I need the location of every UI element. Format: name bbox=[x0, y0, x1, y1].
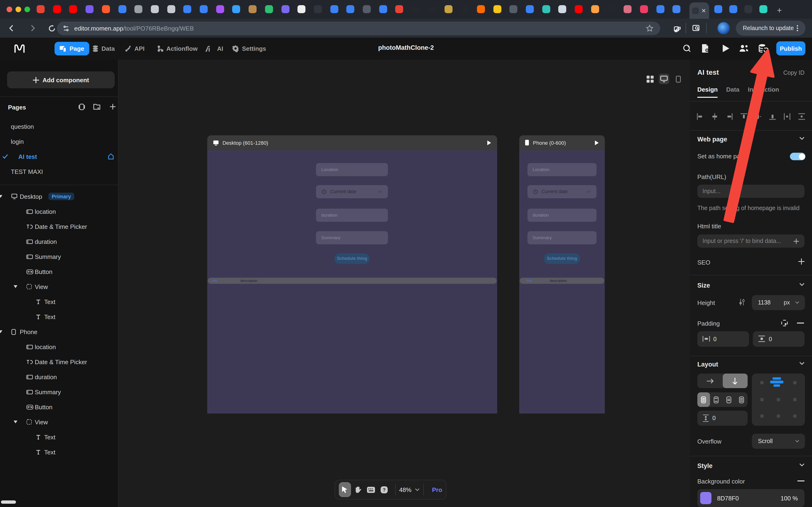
path-input[interactable]: Input... bbox=[697, 185, 805, 198]
tab-favicon[interactable] bbox=[118, 5, 126, 13]
tree-item-text[interactable]: Text bbox=[0, 294, 118, 309]
height-input[interactable]: 1138 px bbox=[752, 295, 805, 310]
align-position-selected[interactable] bbox=[770, 376, 784, 388]
bookmark-star-icon[interactable] bbox=[646, 24, 654, 33]
tab-favicon[interactable] bbox=[379, 5, 387, 13]
gap-input[interactable]: 0 bbox=[697, 411, 748, 426]
hand-tool-icon[interactable] bbox=[352, 482, 364, 497]
tab-favicon[interactable] bbox=[591, 5, 599, 13]
page-item-test-maxi[interactable]: TEST MAXI bbox=[0, 164, 118, 179]
phone-view-icon[interactable] bbox=[673, 74, 683, 84]
publish-button[interactable]: Publish bbox=[776, 41, 805, 55]
desktop-frame[interactable]: Desktop (601-1280) LocationCurrent dated… bbox=[207, 135, 497, 413]
back-icon[interactable] bbox=[7, 24, 16, 33]
tab-favicon[interactable] bbox=[134, 5, 142, 13]
form-field-location[interactable]: Location bbox=[527, 163, 596, 176]
tree-item-summary[interactable]: Summary bbox=[0, 249, 118, 264]
tab-favicon[interactable] bbox=[673, 5, 681, 13]
chevron-down-icon[interactable] bbox=[799, 362, 805, 365]
component-icon[interactable] bbox=[78, 103, 85, 110]
tab-favicon[interactable] bbox=[85, 5, 94, 13]
direction-column-icon[interactable] bbox=[722, 374, 748, 388]
link-description-row[interactable]: linkdescription bbox=[520, 277, 604, 284]
active-browser-tab[interactable]: ✕ bbox=[689, 2, 709, 19]
form-field-summary[interactable]: Summary bbox=[527, 231, 596, 244]
tab-favicon[interactable] bbox=[314, 5, 322, 13]
form-field-summary[interactable]: Summary bbox=[316, 231, 388, 244]
padding-collapse-icon[interactable] bbox=[797, 322, 804, 324]
reload-icon[interactable] bbox=[48, 24, 56, 32]
tree-item-phone[interactable]: Phone bbox=[0, 324, 118, 339]
tab-favicon[interactable] bbox=[640, 5, 648, 13]
align-position-dot[interactable] bbox=[777, 398, 780, 401]
preview-play-icon[interactable] bbox=[722, 44, 730, 53]
extensions-icon[interactable] bbox=[673, 24, 681, 33]
tree-item-summary[interactable]: Summary bbox=[0, 384, 118, 399]
background-color-row[interactable]: 8D78F0 100 % bbox=[697, 489, 805, 507]
tab-favicon[interactable] bbox=[102, 5, 110, 13]
tab-favicon[interactable] bbox=[510, 5, 518, 13]
align-top-icon[interactable] bbox=[740, 113, 747, 120]
keyboard-shortcuts-icon[interactable] bbox=[365, 482, 378, 497]
tab-favicon[interactable] bbox=[69, 5, 77, 13]
tab-favicon[interactable] bbox=[151, 5, 159, 13]
tab-favicon[interactable] bbox=[37, 5, 45, 13]
html-title-input[interactable]: Input or press '/' to bind data... bbox=[697, 234, 805, 247]
page-item-question[interactable]: question bbox=[0, 119, 118, 134]
align-position-dot[interactable] bbox=[760, 414, 764, 418]
tab-favicon[interactable] bbox=[395, 5, 403, 13]
remove-background-icon[interactable] bbox=[798, 480, 805, 482]
padding-individual-icon[interactable] bbox=[781, 320, 788, 327]
frame-play-icon[interactable] bbox=[487, 140, 491, 146]
add-component-button[interactable]: Add component bbox=[7, 71, 115, 88]
page-item-login[interactable]: login bbox=[0, 134, 118, 149]
frame-play-icon[interactable] bbox=[594, 140, 599, 146]
align-center-v-icon[interactable] bbox=[754, 113, 762, 120]
pro-badge[interactable]: Pro bbox=[432, 486, 442, 493]
caret-down-icon[interactable] bbox=[14, 420, 17, 424]
tree-item-location[interactable]: location bbox=[0, 204, 118, 219]
link-description-row[interactable]: linkdescription bbox=[208, 277, 497, 284]
tab-favicon[interactable] bbox=[216, 5, 224, 13]
tab-favicon[interactable] bbox=[477, 5, 485, 13]
align-position-dot[interactable] bbox=[793, 381, 797, 384]
tab-favicon[interactable] bbox=[526, 5, 534, 13]
distribution-option-3[interactable] bbox=[722, 392, 735, 407]
canvas[interactable]: Desktop (601-1280) LocationCurrent dated… bbox=[118, 60, 690, 507]
align-position-dot[interactable] bbox=[760, 381, 764, 384]
close-tab-icon[interactable]: ✕ bbox=[701, 8, 706, 13]
bind-data-plus-icon[interactable] bbox=[794, 238, 799, 244]
tab-favicon[interactable] bbox=[559, 5, 567, 13]
align-position-dot[interactable] bbox=[793, 398, 797, 401]
tree-item-text[interactable]: Text bbox=[0, 309, 118, 324]
form-field-current-date[interactable]: Current date bbox=[527, 185, 596, 198]
tree-item-button[interactable]: Button bbox=[0, 264, 118, 279]
close-window-button[interactable] bbox=[7, 7, 12, 12]
chevron-down-icon[interactable] bbox=[799, 137, 805, 140]
align-right-icon[interactable] bbox=[725, 113, 733, 120]
tab-favicon[interactable] bbox=[744, 5, 752, 13]
tab-favicon[interactable] bbox=[542, 5, 550, 13]
tab-favicon[interactable] bbox=[297, 5, 305, 13]
file-settings-icon[interactable] bbox=[701, 44, 710, 53]
tab-favicon[interactable] bbox=[265, 5, 273, 13]
select-tool-icon[interactable] bbox=[339, 482, 351, 497]
sidebar-scrollbar[interactable] bbox=[1, 500, 16, 504]
grid-view-icon[interactable] bbox=[645, 74, 655, 84]
seo-add-icon[interactable] bbox=[798, 259, 805, 265]
tab-favicon[interactable] bbox=[461, 5, 468, 13]
align-position-dot[interactable] bbox=[760, 398, 764, 401]
tab-favicon[interactable] bbox=[624, 5, 632, 13]
ai-search-icon[interactable] bbox=[682, 44, 692, 53]
distribution-option-4[interactable] bbox=[735, 392, 748, 407]
chevron-down-icon[interactable] bbox=[799, 283, 805, 286]
help-icon[interactable]: ? bbox=[378, 482, 391, 497]
minimize-window-button[interactable] bbox=[15, 7, 21, 12]
distribute-v-icon[interactable] bbox=[798, 113, 805, 120]
tab-favicon[interactable] bbox=[759, 5, 767, 13]
align-bottom-icon[interactable] bbox=[769, 113, 776, 120]
tab-favicon[interactable] bbox=[281, 5, 289, 13]
tab-favicon[interactable] bbox=[330, 5, 338, 13]
schedule-thing-button[interactable]: Schedule thing bbox=[544, 253, 580, 264]
distribute-h-icon[interactable] bbox=[784, 113, 791, 120]
